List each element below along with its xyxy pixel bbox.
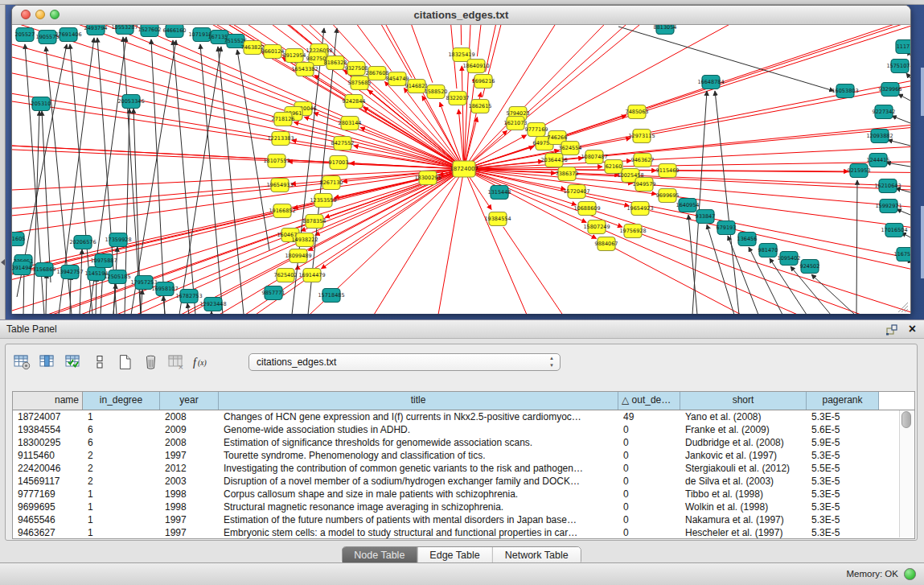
tab-network-table[interactable]: Network Table: [492, 547, 581, 564]
table-row[interactable]: 1938455462009Genome-wide association stu…: [13, 423, 914, 436]
table-cell[interactable]: 0: [618, 436, 680, 449]
graph-node[interactable]: 15807249: [583, 220, 610, 234]
table-cell[interactable]: 1: [83, 501, 160, 513]
table-cell[interactable]: Investigating the contribution of common…: [219, 462, 618, 475]
graph-node[interactable]: 9884067: [595, 237, 618, 251]
table-cell[interactable]: 2008: [160, 410, 219, 423]
graph-node[interactable]: 11171: [896, 40, 910, 54]
graph-node[interactable]: 8912954: [283, 49, 306, 63]
table-cell[interactable]: Wolkin et al. (1998): [680, 501, 807, 513]
minimize-window-button[interactable]: [35, 10, 45, 19]
graph-node[interactable]: 10688609: [573, 202, 600, 216]
graph-node[interactable]: 19384554: [484, 212, 511, 226]
network-graph[interactable]: 2055271905573276914062493794105532871527…: [12, 25, 910, 314]
table-cell[interactable]: 5.3E-5: [807, 488, 879, 501]
graph-node[interactable]: 9777169: [525, 123, 548, 137]
scrollbar-thumb[interactable]: [901, 411, 911, 428]
delete-column-icon[interactable]: [141, 352, 162, 373]
table-cell[interactable]: 0: [618, 423, 680, 436]
select-rows-icon[interactable]: [64, 352, 84, 373]
graph-node[interactable]: 981470: [758, 244, 778, 257]
graph-node[interactable]: 9463627: [631, 154, 655, 167]
column-header-in_degree[interactable]: in_degree: [83, 392, 160, 410]
table-cell[interactable]: Tibbo et al. (1998): [680, 488, 807, 501]
table-cell[interactable]: 9463627: [13, 526, 83, 539]
table-cell[interactable]: 19384554: [13, 423, 83, 436]
table-cell[interactable]: 0: [618, 526, 680, 539]
graph-node[interactable]: 2718126: [272, 113, 295, 126]
table-cell[interactable]: Genome-wide association studies in ADHD.: [219, 423, 618, 436]
table-cell[interactable]: Estimation of the future numbers of pati…: [219, 513, 618, 526]
table-cell[interactable]: 2: [83, 462, 160, 475]
table-cell[interactable]: Jankovic et al. (1997): [680, 449, 807, 462]
graph-node[interactable]: 15718485: [318, 289, 344, 303]
graph-node[interactable]: 2803144: [339, 117, 362, 130]
table-cell[interactable]: Disruption of a novel member of a sodium…: [219, 475, 618, 488]
table-source-dropdown[interactable]: citations_edges.txt ▲▼: [248, 353, 561, 371]
table-cell[interactable]: 5.3E-5: [807, 449, 879, 462]
graph-node[interactable]: 9115460: [656, 164, 680, 178]
table-cell[interactable]: 0: [618, 513, 680, 526]
table-cell[interactable]: 2012: [160, 462, 219, 475]
table-cell[interactable]: Yano et al. (2008): [680, 410, 807, 423]
table-cell[interactable]: Hescheler et al. (1997): [680, 526, 807, 539]
graph-node[interactable]: 12973115: [628, 130, 655, 143]
graph-node[interactable]: 136456: [737, 233, 758, 246]
panel-expand-arrow-icon[interactable]: [1, 259, 5, 266]
graph-node[interactable]: 16914479: [298, 269, 325, 282]
table-row[interactable]: 977716911998Corpus callosum shape and si…: [13, 488, 914, 501]
graph-node[interactable]: 251605: [12, 233, 25, 246]
float-panel-icon[interactable]: [885, 323, 898, 336]
graph-node[interactable]: 16782753: [175, 290, 202, 303]
graph-node[interactable]: 9329966: [879, 83, 902, 97]
graph-node[interactable]: 1588520: [425, 85, 448, 99]
table-cell[interactable]: 49: [618, 410, 680, 423]
graph-node[interactable]: 1696216: [472, 75, 495, 89]
column-header-out_de[interactable]: △ out_de…: [618, 392, 680, 410]
graph-node[interactable]: 62160: [605, 160, 622, 174]
graph-node[interactable]: 12353559: [310, 194, 336, 208]
show-columns-icon[interactable]: [38, 352, 59, 373]
graph-node[interactable]: 924502: [800, 260, 820, 274]
graph-node[interactable]: 3624554: [559, 142, 582, 155]
graph-node[interactable]: 9227342: [873, 105, 896, 119]
graph-node[interactable]: 9857771: [262, 286, 285, 300]
graph-node[interactable]: 933847: [696, 210, 716, 224]
table-cell[interactable]: 2009: [160, 423, 219, 436]
graph-node[interactable]: 1527602: [138, 25, 162, 37]
graph-node[interactable]: 205527: [15, 28, 35, 42]
table-cell[interactable]: 14569117: [13, 475, 83, 488]
table-cell[interactable]: Nakamura et al. (1997): [680, 513, 807, 526]
vertical-scrollbar[interactable]: [899, 410, 914, 538]
graph-node[interactable]: 17016504: [881, 224, 907, 237]
graph-node[interactable]: 18724007: [450, 161, 478, 177]
table-cell[interactable]: 2003: [160, 475, 219, 488]
table-cell[interactable]: 5.9E-5: [807, 436, 879, 449]
table-cell[interactable]: Changes of HCN gene expression and I(f) …: [219, 410, 618, 423]
table-cell[interactable]: 9465546: [13, 513, 83, 526]
memory-ok-indicator[interactable]: [904, 568, 916, 580]
graph-node[interactable]: 13942757: [56, 266, 83, 279]
table-settings-icon[interactable]: [12, 352, 33, 373]
close-panel-icon[interactable]: ×: [909, 320, 916, 338]
table-cell[interactable]: 5.3E-5: [807, 410, 879, 423]
table-row[interactable]: 969969511998Structural magnetic resonanc…: [13, 501, 914, 513]
table-cell[interactable]: 18300295: [13, 436, 83, 449]
table-cell[interactable]: 6: [83, 436, 160, 449]
graph-node[interactable]: 20206576: [69, 236, 96, 249]
create-column-icon[interactable]: [115, 352, 136, 373]
table-cell[interactable]: 1: [83, 410, 160, 423]
table-cell[interactable]: 0: [618, 475, 680, 488]
graph-node[interactable]: 16210643: [874, 179, 901, 193]
table-cell[interactable]: 1997: [160, 449, 219, 462]
table-cell[interactable]: 5.5E-5: [807, 462, 879, 475]
table-cell[interactable]: 9115460: [13, 449, 83, 462]
graph-node[interactable]: 1244415: [867, 154, 890, 167]
graph-node[interactable]: 391494: [12, 262, 31, 275]
graph-node[interactable]: 1315448: [488, 186, 511, 200]
graph-node[interactable]: 9215953: [848, 164, 871, 178]
table-cell[interactable]: 1997: [160, 526, 219, 539]
graph-node[interactable]: 679193: [717, 221, 737, 235]
tab-edge-table[interactable]: Edge Table: [417, 547, 491, 564]
table-cell[interactable]: 5.6E-5: [807, 423, 879, 436]
